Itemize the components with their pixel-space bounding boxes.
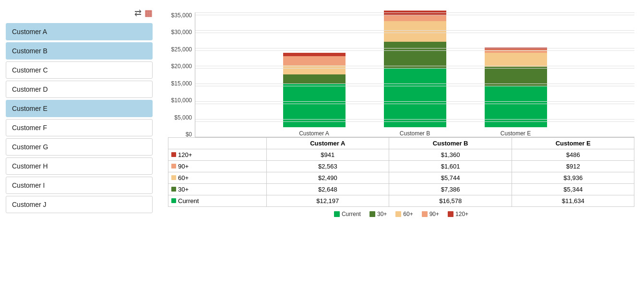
row-color-swatch: [171, 175, 176, 180]
customer-item[interactable]: Customer G: [6, 138, 153, 156]
customer-item[interactable]: Customer I: [6, 177, 153, 194]
table-row-label: 120+: [168, 149, 267, 161]
table-cell: $912: [512, 161, 634, 172]
customer-list-panel: ⇄ ▦ Customer ACustomer BCustomer CCustom…: [0, 0, 158, 289]
customer-item[interactable]: Customer E: [6, 100, 153, 117]
bar-segment-60plus: [283, 65, 346, 74]
table-row-label: 30+: [168, 184, 267, 195]
bar-segment-90plus: [283, 56, 346, 65]
stacked-bar: [485, 48, 547, 127]
table-cell: $12,197: [266, 195, 389, 207]
bar-segment-30plus: [283, 74, 346, 84]
bar-segment-90plus: [485, 49, 547, 53]
legend-item: 120+: [448, 211, 468, 217]
table-row-label: 90+: [168, 161, 267, 172]
table-cell: $1,601: [389, 161, 512, 172]
legend-swatch: [395, 211, 401, 217]
bar-segment-90plus: [384, 15, 446, 21]
bar-label: Customer A: [299, 130, 329, 137]
stacked-bar: [283, 53, 346, 127]
data-table: Customer ACustomer BCustomer E120+$941$1…: [168, 137, 634, 207]
customer-item[interactable]: Customer D: [6, 81, 153, 98]
legend-swatch: [422, 211, 428, 217]
legend-swatch: [370, 211, 375, 217]
bar-group: Customer E: [485, 48, 547, 137]
table-col-header: Customer E: [512, 138, 634, 149]
table-cell: $941: [266, 149, 389, 161]
header-icons: ⇄ ▦: [134, 8, 153, 18]
legend-label: 90+: [429, 211, 439, 217]
table-cell: $2,648: [266, 184, 389, 195]
bar-segment-120plus: [283, 53, 346, 56]
table-col-header: Customer A: [266, 138, 389, 149]
legend-item: 90+: [422, 211, 439, 217]
bar-group: Customer B: [384, 11, 446, 137]
bar-segment-current: [384, 68, 446, 127]
legend-item: 30+: [370, 211, 387, 217]
table-row: 120+$941$1,360$486: [168, 149, 634, 161]
legend: Current30+60+90+120+: [168, 211, 634, 217]
legend-item: 60+: [395, 211, 413, 217]
table-cell: $1,360: [389, 149, 512, 161]
bar-segment-60plus: [485, 53, 547, 67]
legend-swatch: [334, 211, 340, 217]
legend-item: Current: [334, 211, 361, 217]
table-row: 60+$2,490$5,744$3,936: [168, 172, 634, 184]
stacked-bar: [384, 11, 446, 127]
bar-segment-current: [283, 84, 346, 127]
table-cell: $5,344: [512, 184, 634, 195]
filter-icon[interactable]: ▦: [144, 8, 153, 18]
bar-segment-60plus: [384, 21, 446, 42]
customer-item[interactable]: Customer A: [6, 23, 153, 40]
table-cell: $2,490: [266, 172, 389, 184]
bar-group: Customer A: [283, 53, 346, 137]
customer-list: Customer ACustomer BCustomer CCustomer D…: [6, 23, 153, 213]
y-axis-label: $25,000: [171, 47, 192, 52]
customer-item[interactable]: Customer C: [6, 61, 153, 79]
y-axis-label: $35,000: [171, 12, 192, 18]
table-cell: $2,563: [266, 161, 389, 172]
bars-area: Customer ACustomer BCustomer E: [195, 12, 634, 137]
bars-row: Customer ACustomer BCustomer E: [195, 12, 634, 137]
row-color-swatch: [171, 198, 176, 203]
y-axis-label: $20,000: [171, 63, 192, 69]
table-cell: $5,744: [389, 172, 512, 184]
table-cell: $7,386: [389, 184, 512, 195]
bar-segment-120plus: [384, 11, 446, 15]
table-row: 30+$2,648$7,386$5,344: [168, 184, 634, 195]
customer-item[interactable]: Customer B: [6, 42, 153, 60]
y-axis-label: $30,000: [171, 29, 192, 35]
table-header-empty: [168, 138, 267, 149]
row-color-swatch: [171, 187, 176, 192]
row-color-swatch: [171, 164, 176, 169]
legend-label: 120+: [455, 211, 468, 217]
sort-icon[interactable]: ⇄: [134, 8, 142, 18]
table-cell: $11,634: [512, 195, 634, 207]
table-row: Current$12,197$16,578$11,634: [168, 195, 634, 207]
y-axis: $0$5,000$10,000$15,000$20,000$25,000$30,…: [168, 12, 195, 137]
bar-segment-30plus: [485, 67, 547, 86]
bar-segment-30plus: [384, 42, 446, 68]
row-color-swatch: [171, 152, 176, 157]
y-axis-label: $0: [186, 132, 192, 137]
legend-swatch: [448, 211, 453, 217]
y-axis-label: $10,000: [171, 97, 192, 103]
legend-label: Current: [342, 211, 361, 217]
panel-header: ⇄ ▦: [6, 8, 153, 18]
bar-label: Customer E: [501, 130, 531, 137]
customer-item[interactable]: Customer H: [6, 157, 153, 175]
table-cell: $3,936: [512, 172, 634, 184]
legend-label: 30+: [377, 211, 387, 217]
y-axis-label: $15,000: [171, 81, 192, 86]
table-row-label: 60+: [168, 172, 267, 184]
customer-item[interactable]: Customer F: [6, 119, 153, 136]
legend-label: 60+: [403, 211, 413, 217]
table-cell: $16,578: [389, 195, 512, 207]
table-col-header: Customer B: [389, 138, 512, 149]
customer-item[interactable]: Customer J: [6, 196, 153, 213]
bar-segment-current: [485, 86, 547, 127]
y-axis-label: $5,000: [174, 115, 192, 120]
bar-label: Customer B: [400, 130, 430, 137]
chart-container: $0$5,000$10,000$15,000$20,000$25,000$30,…: [168, 8, 634, 137]
table-cell: $486: [512, 149, 634, 161]
